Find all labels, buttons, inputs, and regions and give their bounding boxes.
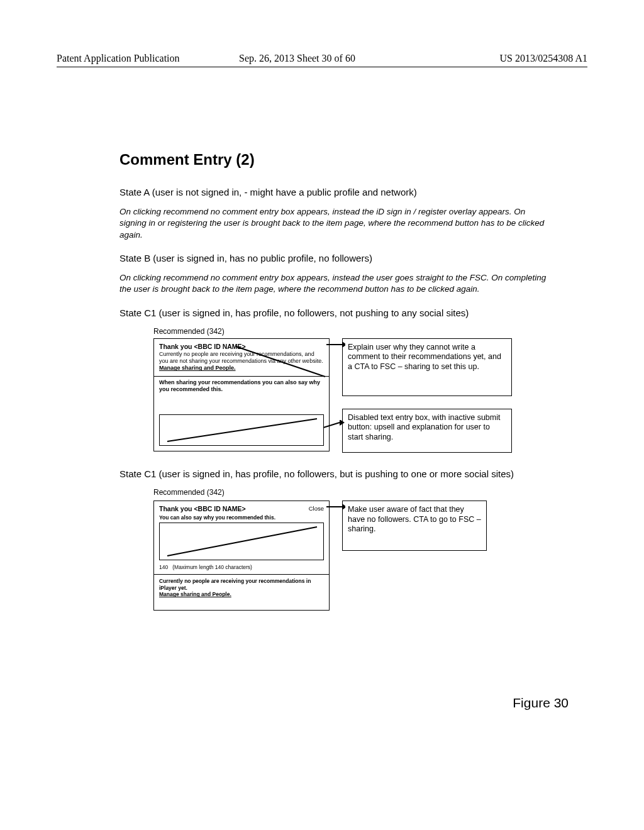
state-b-para: On clicking recommend no comment entry b… [119,272,547,295]
state-c1a-row: Thank you <BBC ID NAME> Currently no peo… [153,338,543,464]
state-b-heading: State B (user is signed in, has no publi… [119,252,541,265]
svg-marker-8 [342,504,345,510]
comment-textarea[interactable] [159,523,324,560]
manage-link-2[interactable]: Manage sharing and People. [159,591,324,598]
state-c1a-heading: State C1 (user is signed in, has profile… [119,307,541,319]
callout-disabled-textbox: Disabled text entry box, with inactive s… [342,409,512,453]
thank-text: Thank you <BBC ID NAME> [159,343,324,351]
svg-marker-3 [342,341,345,348]
close-button[interactable]: Close [309,505,324,512]
header-mid: Sep. 26, 2013 Sheet 30 of 60 [239,53,355,64]
header-left: Patent Application Publication [57,53,180,64]
state-c1b-heading: State C1 (user is signed in, has profile… [119,468,541,480]
header-right: US 2013/0254308 A1 [499,53,587,64]
char-counter: 140 (Maximum length 140 characters) [159,564,252,571]
thank-text-2: Thank you <BBC ID NAME> [159,505,324,513]
callout-explain: Explain user why they cannot write a com… [342,338,512,396]
mock-dialog-c1a: Thank you <BBC ID NAME> Currently no peo… [153,338,330,451]
state-a-para: On clicking recommend no comment entry b… [119,206,547,241]
callout-no-followers: Make user aware of fact that they have n… [342,501,487,551]
figure-caption: Figure 30 [513,695,569,711]
state-c1b-row: Thank you <BBC ID NAME> Close You can al… [153,501,543,620]
say-why-text: You can also say why you recommended thi… [159,514,324,521]
header-rule [57,67,587,67]
svg-line-6 [167,527,317,556]
divider [154,574,329,575]
char-count: 140 [159,564,168,570]
state-a-heading: State A (user is not signed in, - might … [119,186,541,199]
svg-marker-5 [340,420,345,426]
mock-dialog-c1b: Thank you <BBC ID NAME> Close You can al… [153,501,330,611]
recommended-caption-2: Recommended (342) [153,488,560,497]
svg-line-0 [167,419,317,441]
manage-link[interactable]: Manage sharing and People. [159,365,324,372]
currently-text-2: Currently no people are receiving your r… [159,578,324,591]
char-max-label: (Maximum length 140 characters) [172,564,252,570]
when-sharing-text: When sharing your recommendations you ca… [154,377,329,396]
page-title: Comment Entry (2) [119,151,560,169]
currently-text: Currently no people are receiving your r… [159,351,324,365]
svg-line-4 [323,423,340,428]
recommended-caption-1: Recommended (342) [153,327,560,336]
disabled-text-entry [159,414,324,446]
